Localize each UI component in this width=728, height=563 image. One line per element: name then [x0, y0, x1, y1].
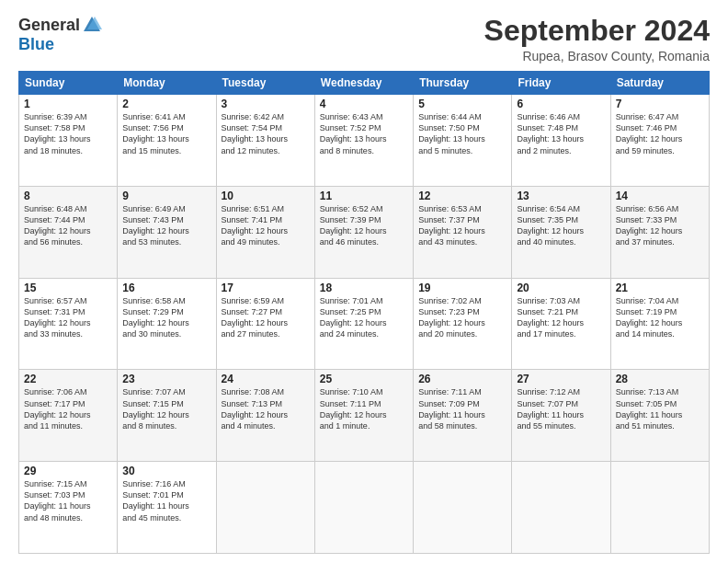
col-monday: Monday [118, 72, 216, 95]
calendar-cell: 20Sunrise: 7:03 AMSunset: 7:21 PMDayligh… [512, 278, 610, 370]
day-info: Sunrise: 6:48 AMSunset: 7:44 PMDaylight:… [24, 204, 91, 247]
day-info: Sunrise: 7:11 AMSunset: 7:09 PMDaylight:… [418, 387, 485, 430]
logo-general: General [18, 16, 80, 35]
calendar-cell: 18Sunrise: 7:01 AMSunset: 7:25 PMDayligh… [314, 278, 413, 370]
calendar-cell-1: 1Sunrise: 6:39 AMSunset: 7:58 PMDaylight… [19, 95, 118, 187]
calendar-cell: 14Sunrise: 6:56 AMSunset: 7:33 PMDayligh… [610, 186, 709, 278]
calendar-cell: 21Sunrise: 7:04 AMSunset: 7:19 PMDayligh… [610, 278, 709, 370]
calendar-cell: 16Sunrise: 6:58 AMSunset: 7:29 PMDayligh… [118, 278, 216, 370]
day-number: 15 [24, 282, 112, 294]
day-info: Sunrise: 6:51 AMSunset: 7:41 PMDaylight:… [222, 204, 289, 247]
calendar-cell: 23Sunrise: 7:07 AMSunset: 7:15 PMDayligh… [118, 370, 216, 462]
calendar-cell: 27Sunrise: 7:12 AMSunset: 7:07 PMDayligh… [512, 370, 610, 462]
day-info: Sunrise: 6:53 AMSunset: 7:37 PMDaylight:… [418, 204, 485, 247]
day-info: Sunrise: 6:46 AMSunset: 7:48 PMDaylight:… [517, 112, 584, 155]
day-info: Sunrise: 7:08 AMSunset: 7:13 PMDaylight:… [222, 387, 289, 430]
day-number: 13 [517, 190, 605, 202]
calendar-cell: 10Sunrise: 6:51 AMSunset: 7:41 PMDayligh… [216, 186, 314, 278]
calendar-cell: 28Sunrise: 7:13 AMSunset: 7:05 PMDayligh… [610, 370, 709, 462]
day-number: 7 [616, 98, 704, 110]
calendar-header-row: Sunday Monday Tuesday Wednesday Thursday… [19, 72, 710, 95]
day-info: Sunrise: 6:44 AMSunset: 7:50 PMDaylight:… [418, 112, 485, 155]
day-number: 19 [418, 282, 506, 294]
day-number: 4 [320, 98, 408, 110]
calendar-cell [216, 462, 314, 554]
day-info: Sunrise: 7:03 AMSunset: 7:21 PMDaylight:… [517, 296, 584, 339]
day-number: 28 [616, 373, 704, 385]
day-number: 6 [517, 98, 605, 110]
calendar-cell [512, 462, 610, 554]
col-friday: Friday [512, 72, 610, 95]
calendar-page: General Blue September 2024 Rupea, Braso… [0, 0, 728, 563]
calendar-cell: 11Sunrise: 6:52 AMSunset: 7:39 PMDayligh… [314, 186, 413, 278]
location: Rupea, Brasov County, Romania [484, 49, 710, 63]
day-info: Sunrise: 7:06 AMSunset: 7:17 PMDaylight:… [24, 387, 91, 430]
day-number: 26 [418, 373, 506, 385]
day-number: 11 [320, 190, 408, 202]
day-info: Sunrise: 6:43 AMSunset: 7:52 PMDaylight:… [320, 112, 387, 155]
calendar-week-1: 1Sunrise: 6:39 AMSunset: 7:58 PMDaylight… [19, 95, 710, 187]
logo: General Blue [18, 15, 102, 54]
calendar-cell: 7Sunrise: 6:47 AMSunset: 7:46 PMDaylight… [610, 95, 709, 187]
day-info: Sunrise: 6:52 AMSunset: 7:39 PMDaylight:… [320, 204, 387, 247]
day-info: Sunrise: 7:16 AMSunset: 7:01 PMDaylight:… [122, 479, 189, 522]
col-saturday: Saturday [610, 72, 709, 95]
calendar-cell: 17Sunrise: 6:59 AMSunset: 7:27 PMDayligh… [216, 278, 314, 370]
day-info: Sunrise: 7:10 AMSunset: 7:11 PMDaylight:… [320, 387, 387, 430]
day-info: Sunrise: 6:41 AMSunset: 7:56 PMDaylight:… [122, 112, 189, 155]
calendar-cell: 4Sunrise: 6:43 AMSunset: 7:52 PMDaylight… [314, 95, 413, 187]
day-number: 20 [517, 282, 605, 294]
day-number: 22 [24, 373, 112, 385]
calendar-cell: 8Sunrise: 6:48 AMSunset: 7:44 PMDaylight… [19, 186, 118, 278]
day-info: Sunrise: 6:42 AMSunset: 7:54 PMDaylight:… [222, 112, 289, 155]
day-info: Sunrise: 6:58 AMSunset: 7:29 PMDaylight:… [122, 296, 189, 339]
calendar-week-2: 8Sunrise: 6:48 AMSunset: 7:44 PMDaylight… [19, 186, 710, 278]
calendar-table: Sunday Monday Tuesday Wednesday Thursday… [18, 71, 710, 554]
day-info: Sunrise: 7:01 AMSunset: 7:25 PMDaylight:… [320, 296, 387, 339]
calendar-cell: 15Sunrise: 6:57 AMSunset: 7:31 PMDayligh… [19, 278, 118, 370]
day-info: Sunrise: 6:59 AMSunset: 7:27 PMDaylight:… [222, 296, 289, 339]
day-number: 23 [122, 373, 210, 385]
day-info: Sunrise: 6:57 AMSunset: 7:31 PMDaylight:… [24, 296, 91, 339]
calendar-cell: 9Sunrise: 6:49 AMSunset: 7:43 PMDaylight… [118, 186, 216, 278]
day-number: 30 [122, 465, 210, 477]
calendar-cell: 25Sunrise: 7:10 AMSunset: 7:11 PMDayligh… [314, 370, 413, 462]
calendar-cell: 30Sunrise: 7:16 AMSunset: 7:01 PMDayligh… [118, 462, 216, 554]
calendar-cell: 24Sunrise: 7:08 AMSunset: 7:13 PMDayligh… [216, 370, 314, 462]
day-info: Sunrise: 6:47 AMSunset: 7:46 PMDaylight:… [616, 112, 683, 155]
calendar-cell: 19Sunrise: 7:02 AMSunset: 7:23 PMDayligh… [414, 278, 512, 370]
calendar-cell: 2Sunrise: 6:41 AMSunset: 7:56 PMDaylight… [118, 95, 216, 187]
calendar-cell [414, 462, 512, 554]
day-number: 17 [222, 282, 310, 294]
day-info: Sunrise: 7:07 AMSunset: 7:15 PMDaylight:… [122, 387, 189, 430]
day-info: Sunrise: 7:13 AMSunset: 7:05 PMDaylight:… [616, 387, 683, 430]
day-number: 5 [418, 98, 506, 110]
calendar-week-5: 29Sunrise: 7:15 AMSunset: 7:03 PMDayligh… [19, 462, 710, 554]
day-number: 14 [616, 190, 704, 202]
day-number: 29 [24, 465, 112, 477]
logo-blue: Blue [18, 35, 54, 54]
day-number: 24 [222, 373, 310, 385]
logo-text: General [18, 15, 102, 35]
calendar-cell: 3Sunrise: 6:42 AMSunset: 7:54 PMDaylight… [216, 95, 314, 187]
day-info: Sunrise: 6:56 AMSunset: 7:33 PMDaylight:… [616, 204, 683, 247]
calendar-cell [610, 462, 709, 554]
day-number: 25 [320, 373, 408, 385]
day-number: 3 [222, 98, 310, 110]
col-wednesday: Wednesday [314, 72, 413, 95]
calendar-week-4: 22Sunrise: 7:06 AMSunset: 7:17 PMDayligh… [19, 370, 710, 462]
month-title: September 2024 [484, 15, 710, 47]
calendar-week-3: 15Sunrise: 6:57 AMSunset: 7:31 PMDayligh… [19, 278, 710, 370]
calendar-cell: 26Sunrise: 7:11 AMSunset: 7:09 PMDayligh… [414, 370, 512, 462]
day-info: Sunrise: 7:15 AMSunset: 7:03 PMDaylight:… [24, 479, 91, 522]
calendar-cell [314, 462, 413, 554]
day-info: Sunrise: 7:04 AMSunset: 7:19 PMDaylight:… [616, 296, 683, 339]
day-info: Sunrise: 6:54 AMSunset: 7:35 PMDaylight:… [517, 204, 584, 247]
col-tuesday: Tuesday [216, 72, 314, 95]
calendar-cell: 5Sunrise: 6:44 AMSunset: 7:50 PMDaylight… [414, 95, 512, 187]
calendar-cell: 22Sunrise: 7:06 AMSunset: 7:17 PMDayligh… [19, 370, 118, 462]
day-number: 2 [122, 98, 210, 110]
day-number: 10 [222, 190, 310, 202]
calendar-cell: 29Sunrise: 7:15 AMSunset: 7:03 PMDayligh… [19, 462, 118, 554]
header: General Blue September 2024 Rupea, Braso… [18, 15, 710, 63]
